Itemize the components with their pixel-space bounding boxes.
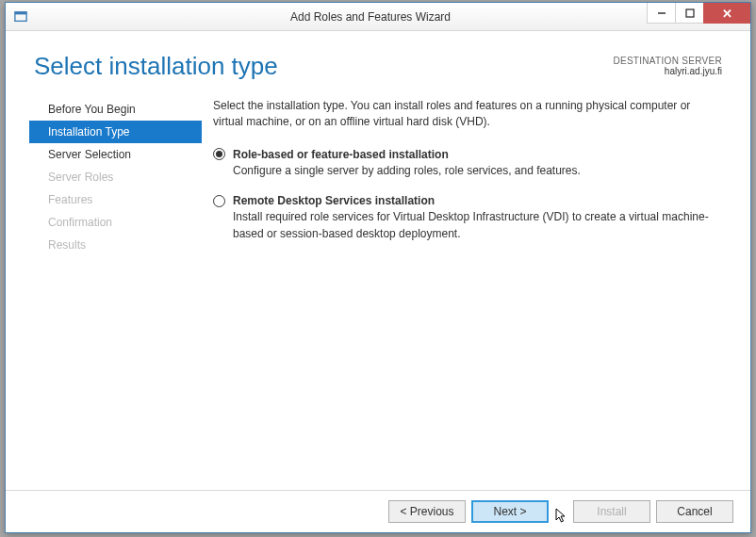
nav-confirmation: Confirmation [29, 211, 202, 234]
nav-before-you-begin[interactable]: Before You Begin [29, 98, 202, 121]
content-area: Select installation type DESTINATION SER… [6, 31, 750, 532]
titlebar: Add Roles and Features Wizard ✕ [6, 3, 750, 31]
intro-text: Select the installation type. You can in… [213, 98, 722, 131]
option-label: Role-based or feature-based installation [233, 148, 449, 161]
header-row: Select installation type DESTINATION SER… [6, 31, 750, 89]
next-button[interactable]: Next > [471, 500, 549, 523]
nav-results: Results [29, 234, 202, 256]
radio-icon [213, 148, 225, 160]
svg-rect-1 [15, 11, 26, 14]
destination-server-label: DESTINATION SERVER [613, 56, 722, 66]
nav-features: Features [29, 188, 202, 211]
window-title: Add Roles and Features Wizard [28, 10, 750, 24]
wizard-nav: Before You Begin Installation Type Serve… [6, 98, 202, 490]
option-role-based[interactable]: Role-based or feature-based installation… [213, 148, 722, 179]
wizard-window: Add Roles and Features Wizard ✕ Select i… [5, 2, 751, 533]
destination-server: DESTINATION SERVER halyri.ad.jyu.fi [613, 52, 722, 81]
option-label: Remote Desktop Services installation [233, 194, 435, 207]
option-description: Install required role services for Virtu… [233, 209, 722, 242]
maximize-button[interactable] [675, 3, 703, 24]
nav-installation-type[interactable]: Installation Type [29, 121, 202, 143]
option-remote-desktop[interactable]: Remote Desktop Services installation Ins… [213, 194, 722, 242]
footer: < Previous Next > Install Cancel [6, 490, 750, 532]
option-description: Configure a single server by adding role… [233, 163, 722, 179]
window-controls: ✕ [647, 3, 750, 24]
cancel-button[interactable]: Cancel [656, 500, 733, 523]
page-title: Select installation type [34, 52, 613, 81]
nav-server-selection[interactable]: Server Selection [29, 143, 202, 166]
install-button: Install [573, 500, 650, 523]
svg-rect-3 [686, 9, 694, 17]
nav-server-roles: Server Roles [29, 166, 202, 188]
minimize-button[interactable] [647, 3, 675, 24]
close-icon: ✕ [722, 7, 732, 21]
main-panel: Select the installation type. You can in… [202, 98, 750, 490]
close-button[interactable]: ✕ [703, 3, 750, 24]
radio-icon [213, 195, 225, 207]
app-icon [13, 9, 28, 24]
previous-button[interactable]: < Previous [388, 500, 466, 523]
destination-server-value: halyri.ad.jyu.fi [613, 66, 722, 76]
body-row: Before You Begin Installation Type Serve… [6, 89, 750, 490]
